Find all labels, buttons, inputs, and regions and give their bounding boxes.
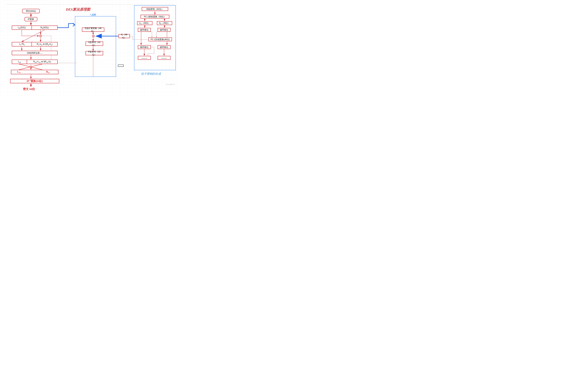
key-gen-title: 轮子密钥的生成 [141,72,161,76]
shift-c1-box: 循环移位 [138,28,151,32]
r16-label: R16=L15 ⊕ f(R15,Ki) [33,60,51,63]
shift-d1-box: 循环移位 [158,28,170,32]
f-function-frame [75,16,116,77]
diagram-title: DES算法原理图 [66,7,90,12]
pc1-box: PC-1密钥置换（56位） [141,15,169,19]
ciphertext-label: 密文 64位 [23,87,35,91]
rounds-box: 16轮同样运算..... [12,51,58,55]
pc2-box: PC-2压缩置换(48位) [148,37,172,41]
ipinv-box: IP-1置换(64位) [10,79,59,83]
ipinv-label: IP-1置换(64位) [27,79,43,83]
l17-label: L17 [17,70,21,74]
l0-label: L0(32位) [18,26,26,29]
l0-box: L0(32位) [12,25,32,30]
r16-box: R16=L15 ⊕ f(R15,Ki) [27,60,58,64]
l16-box: L16 [12,60,27,64]
pbox: P盒替代（32位） [85,51,103,55]
small-rect [118,65,124,67]
ebox: E盒扩展变换（48位） [82,27,104,32]
watermark: CSDN 编辑工具 [166,84,175,85]
plaintext-box: 明文(64位) [22,9,40,13]
d0-box: D0（28位） [157,21,172,25]
xor-icon-f [92,35,95,37]
c0-label: C0（28位） [139,22,150,25]
ki-label: Ki（48位） [119,33,129,39]
shift-c2-box: 循环移位 [138,45,151,49]
r1-box: R1=L0 ⊕ f(R0,K1) [32,42,58,46]
ip-perm-box: IP置换 [24,17,37,21]
r1-label: R1=L0 ⊕ f(R0,K1) [37,43,52,46]
initkey-box: 初始密钥（64位） [142,7,168,11]
xor-icon-round1 [39,35,42,37]
sbox: S盒替代（32位） [85,42,103,46]
l16-label: L16 [18,60,21,63]
f-function-label: f 函数 [90,13,96,16]
ki-box: Ki（48位） [119,34,130,38]
l1-label: L1=R0 [19,43,25,46]
r17-label: R17 [46,70,50,74]
r0-label: R0(32位) [41,26,49,29]
d0-label: D0（28位） [159,22,170,25]
c0-box: C0（28位） [137,21,152,25]
dots-c-box: .......... [138,56,151,60]
shift-d2-box: 循环移位 [158,45,170,49]
top-rule [6,4,175,5]
r0-box: R0(32位) [32,25,58,30]
l1-box: L1=R0 [12,42,32,46]
l17r17-box: L17 R17 [11,70,59,74]
dots-d-box: .......... [158,56,170,60]
